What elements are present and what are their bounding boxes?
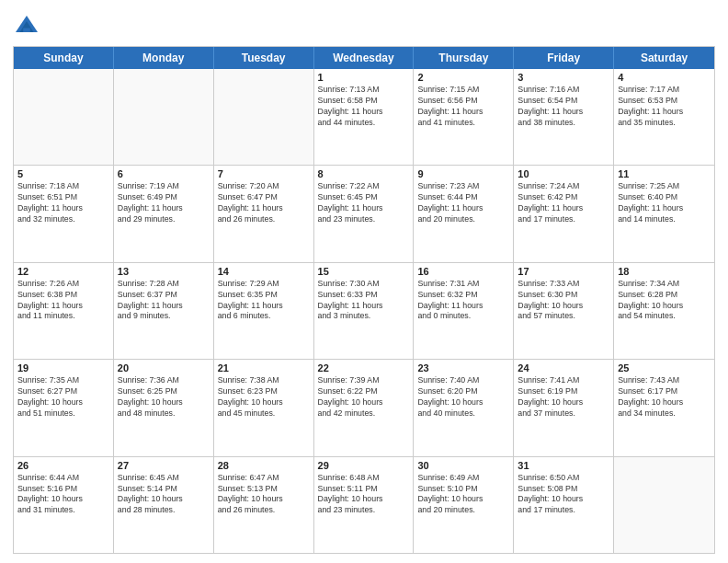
day-info: Sunrise: 7:20 AM Sunset: 6:47 PM Dayligh… xyxy=(218,181,310,225)
day-info: Sunrise: 6:44 AM Sunset: 5:16 PM Dayligh… xyxy=(17,473,109,517)
day-number: 11 xyxy=(618,168,711,179)
cal-cell: 29Sunrise: 6:48 AM Sunset: 5:11 PM Dayli… xyxy=(314,457,415,553)
day-info: Sunrise: 7:13 AM Sunset: 6:58 PM Dayligh… xyxy=(318,85,410,129)
day-number: 16 xyxy=(417,266,509,277)
cal-cell: 15Sunrise: 7:30 AM Sunset: 6:33 PM Dayli… xyxy=(314,263,415,359)
header-day-monday: Monday xyxy=(114,47,214,69)
cal-cell: 4Sunrise: 7:17 AM Sunset: 6:53 PM Daylig… xyxy=(614,69,714,165)
day-info: Sunrise: 6:45 AM Sunset: 5:14 PM Dayligh… xyxy=(118,473,210,517)
header xyxy=(13,9,715,40)
header-day-wednesday: Wednesday xyxy=(314,47,415,69)
logo xyxy=(13,13,44,40)
cal-cell: 7Sunrise: 7:20 AM Sunset: 6:47 PM Daylig… xyxy=(214,166,314,261)
calendar-body: 1Sunrise: 7:13 AM Sunset: 6:58 PM Daylig… xyxy=(14,69,714,553)
header-day-thursday: Thursday xyxy=(414,47,514,69)
cal-cell: 13Sunrise: 7:28 AM Sunset: 6:37 PM Dayli… xyxy=(114,263,214,359)
day-number: 19 xyxy=(17,362,109,373)
day-number: 4 xyxy=(618,72,711,83)
day-info: Sunrise: 7:25 AM Sunset: 6:40 PM Dayligh… xyxy=(618,181,711,225)
cal-cell: 1Sunrise: 7:13 AM Sunset: 6:58 PM Daylig… xyxy=(314,69,415,165)
cal-cell xyxy=(14,69,114,165)
cal-cell: 17Sunrise: 7:33 AM Sunset: 6:30 PM Dayli… xyxy=(514,263,614,359)
day-number: 25 xyxy=(618,362,711,373)
day-info: Sunrise: 7:19 AM Sunset: 6:49 PM Dayligh… xyxy=(118,181,210,225)
week-row-4: 26Sunrise: 6:44 AM Sunset: 5:16 PM Dayli… xyxy=(14,456,714,553)
cal-cell: 2Sunrise: 7:15 AM Sunset: 6:56 PM Daylig… xyxy=(414,69,514,165)
cal-cell: 22Sunrise: 7:39 AM Sunset: 6:22 PM Dayli… xyxy=(314,360,415,455)
day-info: Sunrise: 7:31 AM Sunset: 6:32 PM Dayligh… xyxy=(417,279,509,323)
day-info: Sunrise: 7:35 AM Sunset: 6:27 PM Dayligh… xyxy=(17,375,109,419)
day-number: 26 xyxy=(17,460,109,471)
cal-cell: 25Sunrise: 7:43 AM Sunset: 6:17 PM Dayli… xyxy=(614,360,714,455)
day-number: 15 xyxy=(318,266,410,277)
day-info: Sunrise: 7:38 AM Sunset: 6:23 PM Dayligh… xyxy=(218,375,310,419)
day-number: 13 xyxy=(118,266,210,277)
cal-cell: 31Sunrise: 6:50 AM Sunset: 5:08 PM Dayli… xyxy=(514,457,614,553)
cal-cell: 18Sunrise: 7:34 AM Sunset: 6:28 PM Dayli… xyxy=(614,263,714,359)
day-info: Sunrise: 6:48 AM Sunset: 5:11 PM Dayligh… xyxy=(318,473,410,517)
day-number: 30 xyxy=(417,460,509,471)
svg-rect-2 xyxy=(23,29,30,33)
day-number: 14 xyxy=(218,266,310,277)
day-number: 18 xyxy=(618,266,711,277)
day-info: Sunrise: 7:23 AM Sunset: 6:44 PM Dayligh… xyxy=(417,181,509,225)
day-info: Sunrise: 7:34 AM Sunset: 6:28 PM Dayligh… xyxy=(618,279,711,323)
cal-cell xyxy=(214,69,314,165)
day-number: 3 xyxy=(518,72,609,83)
cal-cell: 5Sunrise: 7:18 AM Sunset: 6:51 PM Daylig… xyxy=(14,166,114,261)
day-number: 6 xyxy=(118,168,210,179)
day-info: Sunrise: 7:16 AM Sunset: 6:54 PM Dayligh… xyxy=(518,85,609,129)
cal-cell: 9Sunrise: 7:23 AM Sunset: 6:44 PM Daylig… xyxy=(414,166,514,261)
day-info: Sunrise: 7:18 AM Sunset: 6:51 PM Dayligh… xyxy=(17,181,109,225)
day-info: Sunrise: 7:28 AM Sunset: 6:37 PM Dayligh… xyxy=(118,279,210,323)
day-number: 27 xyxy=(118,460,210,471)
cal-cell: 11Sunrise: 7:25 AM Sunset: 6:40 PM Dayli… xyxy=(614,166,714,261)
cal-cell xyxy=(114,69,214,165)
day-number: 8 xyxy=(318,168,410,179)
cal-cell: 28Sunrise: 6:47 AM Sunset: 5:13 PM Dayli… xyxy=(214,457,314,553)
day-number: 17 xyxy=(518,266,609,277)
day-info: Sunrise: 7:26 AM Sunset: 6:38 PM Dayligh… xyxy=(17,279,109,323)
week-row-1: 5Sunrise: 7:18 AM Sunset: 6:51 PM Daylig… xyxy=(14,165,714,261)
day-info: Sunrise: 7:40 AM Sunset: 6:20 PM Dayligh… xyxy=(417,375,509,419)
day-number: 21 xyxy=(218,362,310,373)
day-number: 12 xyxy=(17,266,109,277)
day-number: 9 xyxy=(417,168,509,179)
cal-cell: 10Sunrise: 7:24 AM Sunset: 6:42 PM Dayli… xyxy=(514,166,614,261)
day-number: 24 xyxy=(518,362,609,373)
cal-cell: 3Sunrise: 7:16 AM Sunset: 6:54 PM Daylig… xyxy=(514,69,614,165)
day-info: Sunrise: 7:30 AM Sunset: 6:33 PM Dayligh… xyxy=(318,279,410,323)
cal-cell: 20Sunrise: 7:36 AM Sunset: 6:25 PM Dayli… xyxy=(114,360,214,455)
day-info: Sunrise: 7:17 AM Sunset: 6:53 PM Dayligh… xyxy=(618,85,711,129)
header-day-saturday: Saturday xyxy=(614,47,714,69)
calendar-header: SundayMondayTuesdayWednesdayThursdayFrid… xyxy=(14,47,714,69)
day-number: 20 xyxy=(118,362,210,373)
cal-cell: 23Sunrise: 7:40 AM Sunset: 6:20 PM Dayli… xyxy=(414,360,514,455)
day-info: Sunrise: 6:47 AM Sunset: 5:13 PM Dayligh… xyxy=(218,473,310,517)
cal-cell: 21Sunrise: 7:38 AM Sunset: 6:23 PM Dayli… xyxy=(214,360,314,455)
day-number: 22 xyxy=(318,362,410,373)
day-number: 23 xyxy=(417,362,509,373)
cal-cell: 27Sunrise: 6:45 AM Sunset: 5:14 PM Dayli… xyxy=(114,457,214,553)
day-info: Sunrise: 7:24 AM Sunset: 6:42 PM Dayligh… xyxy=(518,181,609,225)
cal-cell: 12Sunrise: 7:26 AM Sunset: 6:38 PM Dayli… xyxy=(14,263,114,359)
cal-cell: 14Sunrise: 7:29 AM Sunset: 6:35 PM Dayli… xyxy=(214,263,314,359)
day-number: 31 xyxy=(518,460,609,471)
cal-cell: 30Sunrise: 6:49 AM Sunset: 5:10 PM Dayli… xyxy=(414,457,514,553)
cal-cell: 19Sunrise: 7:35 AM Sunset: 6:27 PM Dayli… xyxy=(14,360,114,455)
day-number: 1 xyxy=(318,72,410,83)
day-info: Sunrise: 6:49 AM Sunset: 5:10 PM Dayligh… xyxy=(417,473,509,517)
day-number: 28 xyxy=(218,460,310,471)
header-day-sunday: Sunday xyxy=(14,47,114,69)
day-info: Sunrise: 7:33 AM Sunset: 6:30 PM Dayligh… xyxy=(518,279,609,323)
calendar: SundayMondayTuesdayWednesdayThursdayFrid… xyxy=(13,46,715,554)
day-info: Sunrise: 7:43 AM Sunset: 6:17 PM Dayligh… xyxy=(618,375,711,419)
header-day-tuesday: Tuesday xyxy=(214,47,314,69)
day-info: Sunrise: 7:39 AM Sunset: 6:22 PM Dayligh… xyxy=(318,375,410,419)
header-day-friday: Friday xyxy=(514,47,614,69)
day-info: Sunrise: 7:15 AM Sunset: 6:56 PM Dayligh… xyxy=(417,85,509,129)
week-row-2: 12Sunrise: 7:26 AM Sunset: 6:38 PM Dayli… xyxy=(14,262,714,359)
day-number: 10 xyxy=(518,168,609,179)
cal-cell: 8Sunrise: 7:22 AM Sunset: 6:45 PM Daylig… xyxy=(314,166,415,261)
week-row-0: 1Sunrise: 7:13 AM Sunset: 6:58 PM Daylig… xyxy=(14,69,714,165)
